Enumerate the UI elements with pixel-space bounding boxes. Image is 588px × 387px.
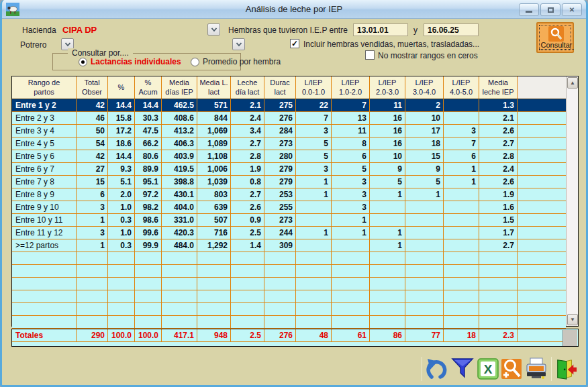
column-header[interactable]: Rango de partos (12, 76, 77, 99)
column-header[interactable]: % (108, 76, 135, 99)
hide-zero-ranges-checkbox[interactable] (365, 50, 375, 60)
consultar-por-legend: Consultar por.... (68, 48, 133, 58)
include-females-checkbox[interactable]: ✓ (290, 39, 299, 48)
table-row[interactable]: Entre 3 y 45017.247.5413.21,0693.4284311… (12, 125, 566, 137)
filler-cell (518, 201, 566, 214)
filler-cell (518, 137, 566, 150)
column-header[interactable]: L/IEP 2.0-3.0 (370, 76, 405, 99)
totals-value-cell: 2.5 (231, 329, 264, 342)
totals-band: Totales290100.0100.0417.19482.5276486186… (11, 329, 579, 347)
svg-text:X: X (484, 362, 493, 376)
zoom-consult-icon[interactable] (500, 357, 523, 381)
value-cell (405, 201, 444, 214)
value-cell (370, 201, 405, 214)
value-cell: 2.5 (231, 227, 264, 239)
row-label-cell: Entre 4 y 5 (12, 137, 77, 150)
column-header[interactable]: Total Obser (77, 76, 108, 99)
value-cell: 2.6 (479, 125, 518, 137)
empty-cell (444, 290, 479, 303)
value-cell: 17.2 (108, 125, 135, 137)
value-cell: 0.3 (108, 239, 135, 252)
table-row[interactable]: Entre 7 y 8155.195.1398.81,0390.82791355… (12, 176, 566, 188)
scroll-up-button[interactable]: ▲ (567, 77, 578, 89)
results-grid: Rango de partosTotal Obser%% AcumMedia d… (11, 76, 579, 327)
value-cell: 1,089 (197, 137, 231, 150)
date-from-field[interactable]: 13.01.01 (353, 23, 408, 36)
undo-icon[interactable] (426, 357, 448, 381)
include-females-label[interactable]: Incluir hembras vendidas, muertas, trasl… (303, 40, 479, 49)
print-icon[interactable] (525, 357, 548, 381)
table-row[interactable]: Entre 10 y 1110.398.6331.05070.927311.5 (12, 214, 566, 227)
column-header[interactable]: L/IEP 3.0-4.0 (405, 76, 444, 99)
value-cell: 50 (77, 125, 108, 137)
value-cell: 2.1 (231, 99, 264, 112)
table-row[interactable]: Entre 8 y 962.097.2430.18032.725313111.9 (12, 188, 566, 201)
promedio-por-hembra-radio[interactable] (191, 58, 199, 66)
restore-button[interactable] (540, 3, 560, 16)
totals-label-cell: Totales (12, 329, 77, 342)
column-header[interactable]: Leche día lact (231, 76, 264, 99)
filler-cell (518, 214, 566, 227)
value-cell: 403.9 (162, 150, 197, 163)
date-to-field[interactable]: 16.06.25 (424, 23, 479, 36)
column-header[interactable]: L/IEP 1.0-2.0 (332, 76, 370, 99)
value-cell: 1 (77, 239, 108, 252)
value-cell: 97.2 (135, 188, 162, 201)
consultar-por-groupbox: Consultar por.... Lactancias individuale… (52, 53, 241, 70)
value-cell: 1 (370, 227, 405, 239)
exit-icon[interactable] (554, 357, 577, 381)
empty-row (12, 303, 566, 316)
empty-cell (12, 278, 77, 290)
empty-cell (332, 316, 370, 329)
value-cell: 8 (332, 137, 370, 150)
minimize-button[interactable] (519, 3, 539, 16)
value-cell: 6 (444, 150, 479, 163)
table-row[interactable]: Entre 6 y 7279.389.9419.51,0061.92793599… (12, 163, 566, 176)
value-cell: 89.9 (135, 163, 162, 176)
hacienda-dropdown-button[interactable] (207, 23, 220, 36)
column-header[interactable]: % Acum (135, 76, 162, 99)
value-cell: 2.8 (479, 150, 518, 163)
column-header[interactable]: Media L. lact (197, 76, 231, 99)
column-header[interactable]: Media leche IEP (479, 76, 518, 99)
column-header[interactable]: L/IEP 0.0-1.0 (296, 76, 332, 99)
lactancias-individuales-radio[interactable] (79, 58, 87, 66)
filter-icon[interactable] (451, 357, 474, 381)
table-row[interactable]: Entre 5 y 64214.480.6403.91,1082.8280561… (12, 150, 566, 163)
lactancias-individuales-label[interactable]: Lactancias individuales (91, 57, 181, 66)
row-label-cell: Entre 10 y 11 (12, 214, 77, 227)
filler-cell (518, 150, 566, 163)
table-row[interactable]: Entre 4 y 55418.666.2406.31,0892.7273581… (12, 137, 566, 150)
secondary-dropdown-button[interactable] (232, 38, 245, 50)
empty-cell (332, 265, 370, 278)
vertical-scrollbar[interactable]: ▲ ▼ (566, 76, 578, 326)
empty-cell (370, 252, 405, 265)
promedio-por-hembra-label[interactable]: Promedio por hembra (203, 57, 281, 66)
value-cell: 7 (296, 112, 332, 125)
totals-scroll-corner (562, 330, 577, 346)
date-conjunction-label: y (413, 25, 418, 35)
table-row[interactable]: Entre 9 y 1031.098.2404.06392.625531.6 (12, 201, 566, 214)
empty-cell (108, 265, 135, 278)
empty-cell (12, 316, 77, 329)
totals-row: Totales290100.0100.0417.19482.5276486186… (12, 329, 566, 342)
chevron-down-icon (235, 40, 243, 48)
hide-zero-ranges-label[interactable]: No mostrar rangos en ceros (378, 51, 478, 60)
column-header[interactable]: Media días IEP (162, 76, 197, 99)
table-row[interactable]: Entre 11 y 1231.099.6420.37162.52441111.… (12, 227, 566, 239)
empty-cell (444, 303, 479, 316)
table-row[interactable]: Entre 2 y 34615.830.3408.68442.427671316… (12, 112, 566, 125)
close-button[interactable]: ✕ (562, 3, 582, 16)
column-header[interactable]: L/IEP 4.0-5.0 (444, 76, 479, 99)
empty-cell (162, 278, 197, 290)
excel-export-icon[interactable]: X (477, 357, 499, 381)
table-row[interactable]: >=12 partos10.399.9484.01,2921.430912.7 (12, 239, 566, 252)
table-row[interactable]: Entre 1 y 24214.414.4462.55712.127522711… (12, 99, 566, 112)
value-cell: 0.8 (231, 176, 264, 188)
column-header[interactable]: Durac lact (264, 76, 296, 99)
empty-cell (231, 265, 264, 278)
empty-cell (296, 278, 332, 290)
scroll-down-button[interactable]: ▼ (567, 314, 578, 325)
value-cell: 331.0 (162, 214, 197, 227)
consultar-button[interactable]: Consultar (536, 22, 574, 53)
